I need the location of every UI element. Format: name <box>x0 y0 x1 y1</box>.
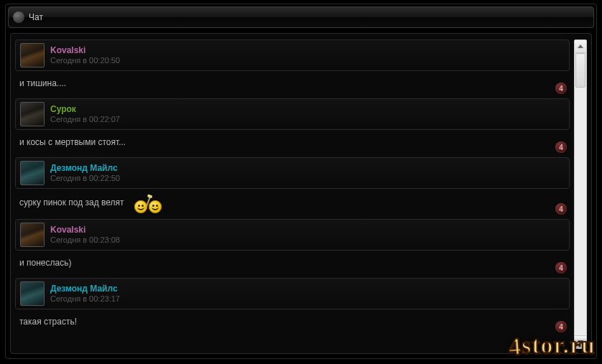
timestamp: Сегодня в 00:23:17 <box>50 294 120 304</box>
message-body: и косы с мертвыми стоят...4 <box>15 130 570 151</box>
titlebar[interactable]: Чат <box>8 6 594 28</box>
message-body: сурку пинок под зад велят4 <box>15 189 570 213</box>
message: KovalskiСегодня в 00:23:08и понеслась)4 <box>15 219 570 272</box>
emoji-kick-icon <box>134 200 162 213</box>
name-time: СурокСегодня в 00:22:07 <box>50 104 120 125</box>
avatar[interactable] <box>20 43 45 67</box>
author-name[interactable]: Дезмонд Майлс <box>50 284 120 294</box>
avatar[interactable] <box>20 161 45 185</box>
name-time: Дезмонд МайлсСегодня в 00:23:17 <box>50 284 120 304</box>
app-frame: Чат KovalskiСегодня в 00:20:50и тишина..… <box>0 0 602 364</box>
scroll-down-button[interactable] <box>575 335 586 348</box>
chevron-down-icon <box>578 340 583 344</box>
reply-count-badge[interactable]: 4 <box>555 321 567 332</box>
panel-title: Чат <box>29 12 43 22</box>
author-name[interactable]: Дезмонд Майлс <box>50 163 120 174</box>
timestamp: Сегодня в 00:22:07 <box>50 115 120 125</box>
chat-icon <box>13 11 24 23</box>
message-header[interactable]: KovalskiСегодня в 00:23:08 <box>15 219 570 251</box>
timestamp: Сегодня в 00:23:08 <box>50 235 120 246</box>
timestamp: Сегодня в 00:20:50 <box>50 56 120 66</box>
message: СурокСегодня в 00:22:07и косы с мертвыми… <box>15 98 570 151</box>
chat-panel: Чат KovalskiСегодня в 00:20:50и тишина..… <box>5 4 597 359</box>
avatar[interactable] <box>20 102 45 126</box>
message-text: такая страсть! <box>19 317 77 327</box>
name-time: KovalskiСегодня в 00:20:50 <box>50 45 120 66</box>
reply-count-badge[interactable]: 4 <box>555 141 567 153</box>
scroll-track[interactable] <box>575 53 586 335</box>
reply-count-badge[interactable]: 4 <box>555 83 567 94</box>
timestamp: Сегодня в 00:22:50 <box>50 174 120 184</box>
author-name[interactable]: Kovalski <box>50 225 120 235</box>
message-text: и тишина.... <box>19 78 66 88</box>
name-time: KovalskiСегодня в 00:23:08 <box>50 225 120 246</box>
chevron-up-icon <box>578 45 583 48</box>
message-list[interactable]: KovalskiСегодня в 00:20:50и тишина....4С… <box>15 39 570 349</box>
message-header[interactable]: СурокСегодня в 00:22:07 <box>15 98 570 130</box>
message: Дезмонд МайлсСегодня в 00:22:50сурку пин… <box>15 157 570 213</box>
message: KovalskiСегодня в 00:20:50и тишина....4 <box>15 39 570 93</box>
message-body: и понеслась)4 <box>15 251 570 272</box>
message-header[interactable]: Дезмонд МайлсСегодня в 00:23:17 <box>15 278 570 309</box>
message-header[interactable]: Дезмонд МайлсСегодня в 00:22:50 <box>15 157 570 189</box>
avatar[interactable] <box>20 281 45 306</box>
avatar[interactable] <box>20 223 45 247</box>
author-name[interactable]: Kovalski <box>50 45 120 56</box>
message-body: и тишина....4 <box>15 71 570 93</box>
reply-count-badge[interactable]: 4 <box>555 203 567 215</box>
name-time: Дезмонд МайлсСегодня в 00:22:50 <box>50 163 120 184</box>
message-text: сурку пинок под зад велят <box>19 197 124 207</box>
author-name[interactable]: Сурок <box>50 104 120 115</box>
message: Дезмонд МайлсСегодня в 00:23:17такая стр… <box>15 278 570 331</box>
scroll-up-button[interactable] <box>575 40 586 53</box>
message-body: такая страсть!4 <box>15 309 570 331</box>
scrollbar[interactable] <box>574 39 587 349</box>
message-text: и косы с мертвыми стоят... <box>19 137 126 147</box>
chat-inner: KovalskiСегодня в 00:20:50и тишина....4С… <box>10 33 592 354</box>
scroll-thumb[interactable] <box>575 53 585 88</box>
message-header[interactable]: KovalskiСегодня в 00:20:50 <box>15 39 570 71</box>
reply-count-badge[interactable]: 4 <box>555 262 567 274</box>
message-text: и понеслась) <box>19 258 71 268</box>
